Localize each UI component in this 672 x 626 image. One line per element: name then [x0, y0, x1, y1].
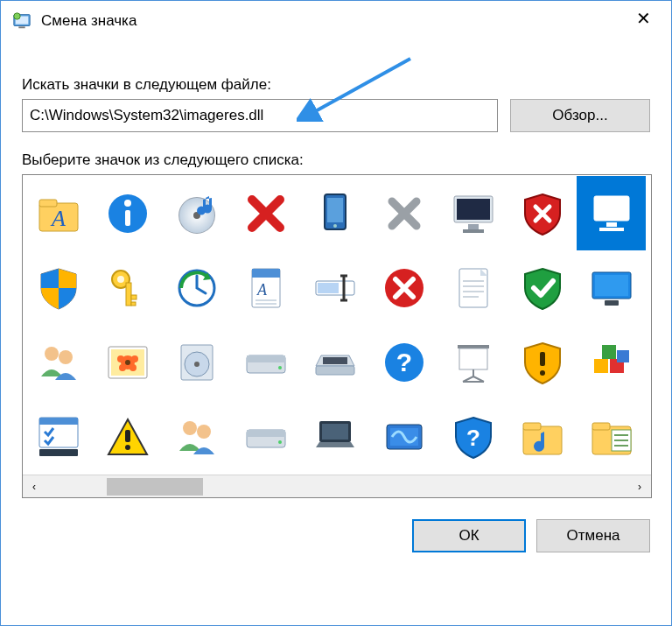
icon-option-help-circle[interactable]: ?	[369, 325, 438, 399]
svg-rect-72	[459, 348, 487, 369]
warning-triangle-icon	[103, 412, 152, 461]
svg-rect-85	[39, 449, 78, 456]
help-circle-icon: ?	[380, 338, 429, 387]
icon-option-info-circle[interactable]	[93, 176, 162, 250]
titlebar: Смена значка ✕	[1, 1, 671, 41]
icon-option-disc-box[interactable]	[162, 325, 231, 399]
scanner-icon	[311, 338, 360, 387]
font-folder-icon: A	[34, 189, 83, 238]
svg-point-58	[131, 355, 138, 362]
icon-option-folder-list[interactable]	[577, 399, 646, 474]
x-gray-icon	[380, 189, 429, 238]
svg-point-88	[183, 421, 197, 435]
svg-point-59	[119, 364, 126, 371]
svg-rect-20	[463, 229, 484, 233]
task-panel-icon	[34, 412, 83, 461]
icon-option-tablet-device[interactable]	[300, 176, 369, 250]
icon-option-shield-warning[interactable]	[508, 325, 577, 399]
icon-option-clock-update[interactable]	[162, 250, 231, 325]
icon-option-laptop-dark[interactable]	[300, 399, 369, 474]
users-group-alt-icon	[172, 412, 221, 461]
icon-option-blocks-apps[interactable]	[577, 325, 646, 399]
svg-text:?: ?	[396, 348, 411, 376]
svg-rect-65	[247, 355, 285, 362]
window-title: Смена значка	[41, 12, 136, 30]
icon-option-shield-x-red[interactable]	[508, 176, 577, 250]
shield-uac-icon	[34, 264, 83, 313]
icon-option-hard-drive[interactable]	[231, 325, 300, 399]
laptop-dark-icon	[311, 412, 360, 461]
svg-rect-81	[602, 345, 616, 359]
svg-rect-82	[617, 350, 629, 362]
icon-grid: AA??	[23, 175, 651, 475]
disc-music-icon	[172, 189, 221, 238]
error-circle-icon	[380, 264, 429, 313]
shield-question-icon: ?	[449, 412, 498, 461]
svg-point-57	[117, 355, 124, 362]
icon-option-projector-screen[interactable]	[438, 325, 508, 399]
icon-option-key-gold[interactable]	[93, 250, 162, 325]
browse-button[interactable]: Обзор...	[510, 99, 650, 132]
svg-text:?: ?	[466, 425, 480, 451]
folder-list-icon	[587, 412, 636, 461]
svg-point-92	[278, 440, 282, 444]
projector-screen-icon	[449, 338, 498, 387]
icon-option-shield-uac[interactable]	[24, 250, 93, 325]
icon-option-error-circle[interactable]	[369, 250, 438, 325]
scroll-left-button[interactable]: ‹	[23, 475, 46, 498]
icon-option-scanner[interactable]	[300, 325, 369, 399]
rename-cursor-icon	[311, 264, 360, 313]
icon-option-x-red[interactable]	[231, 176, 300, 250]
icon-option-shield-check-green[interactable]	[508, 250, 577, 325]
svg-rect-101	[592, 423, 610, 430]
display-blue-icon	[587, 264, 636, 313]
icon-option-photo-flower[interactable]	[93, 325, 162, 399]
svg-rect-2	[18, 26, 24, 28]
icon-path-input[interactable]	[22, 99, 498, 132]
scroll-right-button[interactable]: ›	[628, 475, 651, 498]
icon-option-hard-drive-alt[interactable]	[231, 399, 300, 474]
shield-warning-icon	[518, 338, 567, 387]
svg-point-10	[124, 200, 131, 207]
icon-option-users-group[interactable]	[24, 325, 93, 399]
icon-option-drive-activity[interactable]	[369, 399, 438, 474]
scrollbar-track[interactable]	[46, 475, 628, 497]
icon-option-x-gray[interactable]	[369, 176, 438, 250]
icon-option-shield-question[interactable]: ?	[438, 399, 508, 474]
cancel-button[interactable]: Отмена	[536, 519, 650, 552]
icon-list[interactable]: AA?? ‹ ›	[22, 174, 652, 498]
icon-option-task-panel[interactable]	[24, 399, 93, 474]
svg-point-89	[197, 425, 211, 439]
icon-option-disc-music[interactable]	[162, 176, 231, 250]
svg-rect-86	[125, 430, 130, 442]
tablet-device-icon	[311, 189, 360, 238]
dialog-buttons: ОК Отмена	[1, 502, 671, 552]
icon-option-font-folder[interactable]: A	[24, 176, 93, 250]
svg-rect-91	[247, 430, 285, 437]
icon-option-display-blue[interactable]	[577, 250, 646, 325]
monitor-moon-icon	[449, 189, 498, 238]
icon-option-monitor-moon[interactable]	[438, 176, 508, 250]
icon-option-rename-cursor[interactable]	[300, 250, 369, 325]
document-lines-icon	[449, 264, 498, 313]
svg-rect-37	[318, 283, 339, 293]
svg-point-26	[117, 276, 124, 283]
close-button[interactable]: ✕	[619, 1, 668, 36]
svg-rect-94	[322, 424, 348, 440]
icon-option-document-font[interactable]: A	[231, 250, 300, 325]
icon-option-document-lines[interactable]	[438, 250, 508, 325]
photo-flower-icon	[103, 338, 152, 387]
info-circle-icon	[103, 189, 152, 238]
ok-button[interactable]: ОК	[412, 519, 526, 552]
users-group-icon	[34, 338, 83, 387]
icon-option-warning-triangle[interactable]	[93, 399, 162, 474]
chevron-left-icon: ‹	[32, 481, 36, 493]
svg-rect-68	[323, 357, 347, 364]
icon-option-users-group-alt[interactable]	[162, 399, 231, 474]
horizontal-scrollbar[interactable]: ‹ ›	[23, 475, 651, 497]
scrollbar-thumb[interactable]	[107, 478, 203, 496]
svg-point-3	[14, 13, 20, 19]
icon-option-computer-blue[interactable]	[577, 176, 646, 250]
icon-option-folder-music[interactable]	[508, 399, 577, 474]
x-red-icon	[242, 189, 290, 238]
